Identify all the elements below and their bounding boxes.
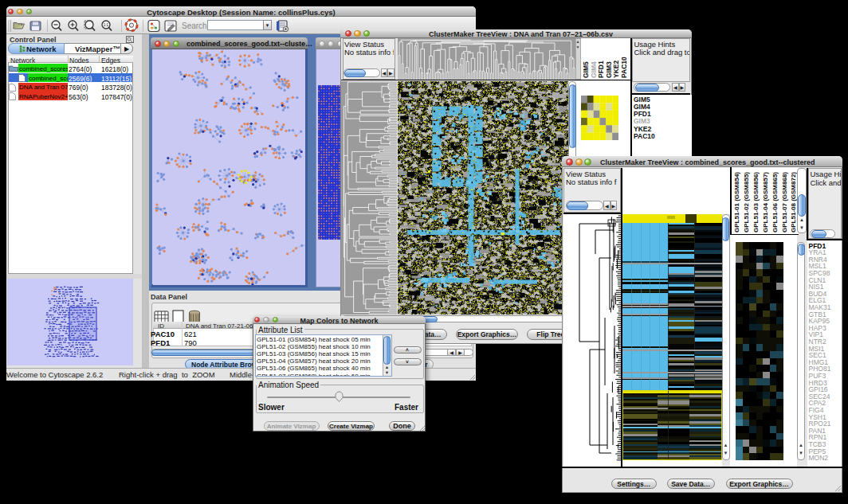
svg-text:1:1: 1:1 bbox=[104, 23, 109, 27]
svg-text:GPL51-07 (GSM868): GPL51-07 (GSM868) bbox=[781, 172, 788, 232]
svg-text:GIM3: GIM3 bbox=[605, 61, 613, 78]
svg-text:GPL51-01 (GSM854): GPL51-01 (GSM854) bbox=[733, 172, 740, 232]
svg-text:GPL51-02 (GSM855): GPL51-02 (GSM855) bbox=[743, 172, 750, 232]
svg-text:GPL51-06 (GSM865): GPL51-06 (GSM865) bbox=[771, 172, 779, 232]
svg-text:YKE2: YKE2 bbox=[612, 61, 620, 78]
svg-text:GIM5: GIM5 bbox=[582, 61, 590, 78]
svg-text:PAC10: PAC10 bbox=[620, 57, 628, 78]
svg-text:GIM4: GIM4 bbox=[590, 61, 598, 78]
svg-text:PFD1: PFD1 bbox=[597, 61, 605, 78]
svg-text:GPL51-04 (GSM857): GPL51-04 (GSM857) bbox=[762, 172, 769, 232]
svg-text:GPL51-03 (GSM856): GPL51-03 (GSM856) bbox=[752, 172, 760, 232]
